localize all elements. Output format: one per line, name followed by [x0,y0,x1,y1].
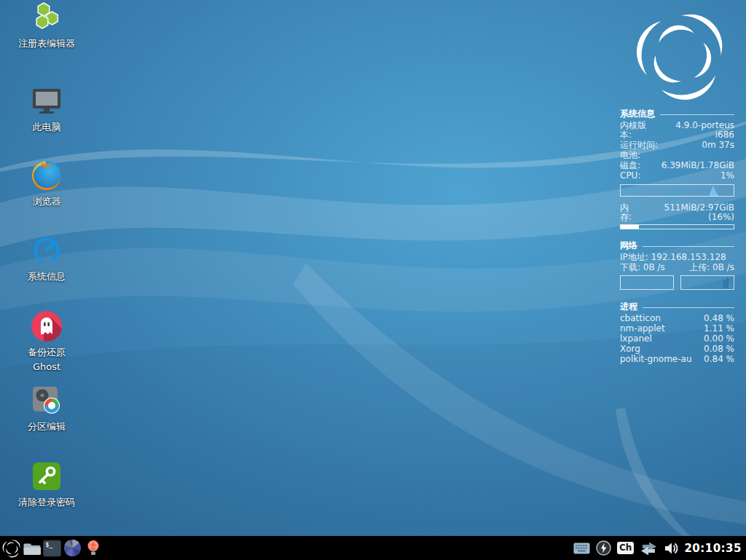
process-name: Xorg [620,344,640,354]
conky-row-memory: 内存: 511MiB/2.97GiB (16%) [620,203,734,222]
desktop-icon-label: 注册表编辑器 [6,37,87,50]
row-value: 4.9.0-porteus i686 [656,121,734,140]
screenshot-button[interactable] [63,538,82,558]
svg-text:$_: $_ [46,542,53,548]
row-label: CPU: [620,171,640,181]
desktop-icon-clear-password[interactable]: 清除登录密码 [6,459,87,508]
desktop-icon-partition-editor[interactable]: 分区编辑 [6,383,87,433]
network-arrows-icon [640,540,658,557]
desktop-icon-this-pc[interactable]: 此电脑 [6,84,87,133]
terminal-icon: $_ [43,540,61,557]
cpu-spike [709,185,721,196]
desktop-icon-registry-editor[interactable]: 注册表编辑器 [6,0,87,50]
process-row: cbatticon 0.48 % [620,314,734,323]
system-monitor-gauge-icon [29,233,64,268]
lightbulb-button[interactable] [83,538,103,558]
desktop-icon-label: 清除登录密码 [6,496,87,508]
conky-system-title: 系统信息 [620,109,655,119]
conky-row-uptime: 运行时间: 0m 37s [620,141,734,150]
process-row: nm-applet 1.11 % [620,324,734,334]
desktop-icon-label: 备份还原 [6,346,87,358]
process-name: lxpanel [620,334,652,344]
desktop-icon-ghost-backup[interactable]: 备份还原 Ghost [6,309,87,373]
partition-editor-icon [29,383,64,418]
file-manager-button[interactable] [22,538,42,558]
header-rule [643,307,734,308]
desktop-icon-label: 浏览器 [6,195,87,208]
ip-address: IP地址: 192.168.153.128 [620,253,726,262]
upload-graph-bars [723,277,731,288]
desktop-icon-label: 分区编辑 [6,420,87,433]
row-value: 511MiB/2.97GiB (16%) [640,203,734,222]
clear-password-key-icon [29,459,64,494]
process-cpu: 0.48 % [704,314,734,323]
screenshot-shutter-icon [63,539,82,557]
conky-system-header: 系统信息 [620,109,734,119]
process-cpu: 0.00 % [704,334,734,344]
process-row: Xorg 0.08 % [620,344,734,354]
process-cpu: 0.08 % [704,344,734,354]
memory-usage-bar [620,224,734,229]
process-name: nm-applet [620,324,665,334]
download-graph [620,275,674,290]
upload-graph [680,275,734,290]
process-name: cbatticon [620,314,661,323]
conky-network-section: 网络 IP地址: 192.168.153.128 下载: 0B /s 上传: 0… [620,241,734,290]
upload-rate: 上传: 0B /s [689,263,734,272]
download-rate: 下载: 0B /s [620,263,665,272]
volume-icon [664,541,678,556]
conky-process-header: 进程 [620,302,734,312]
conky-process-title: 进程 [620,302,637,312]
ghost-backup-icon [29,309,64,344]
row-label: 内核版本: [620,121,656,140]
taskbar: $_ [0,536,746,560]
row-label: 运行时间: [620,141,658,150]
conky-row-cpu: CPU: 1% [620,171,734,181]
lightbulb-icon [85,539,101,557]
taskbar-clock[interactable]: 20:10:35 [684,542,742,555]
desktop-icon-label: 系统信息 [6,270,87,283]
network-graphs [620,275,734,290]
conky-monitor: 系统信息 内核版本: 4.9.0-porteus i686 运行时间: 0m 3… [620,109,734,365]
conky-network-header: 网络 [620,241,734,251]
keyboard-indicator[interactable] [573,543,590,554]
row-label: 内存: [620,203,640,222]
process-row: polkit-gnome-au 0.84 % [620,355,734,364]
system-tray: Ch 20:10:35 [573,540,742,557]
row-value: 0m 37s [702,141,734,150]
network-indicator[interactable] [640,540,658,557]
porteus-menu-icon [2,539,21,558]
conky-row-updown: 下载: 0B /s 上传: 0B /s [620,263,734,272]
header-rule [643,246,734,247]
keyboard-icon [573,543,590,554]
conky-row-kernel: 内核版本: 4.9.0-porteus i686 [620,121,734,140]
desktop-icon-browser[interactable]: 浏览器 [6,158,87,208]
process-row: lxpanel 0.00 % [620,334,734,344]
conky-row-battery: 电池: [620,151,734,160]
porteus-logo [629,9,733,102]
volume-indicator[interactable] [664,541,678,556]
desktop-screen: 此电脑 浏览器 系统信息 [0,0,746,560]
menu-button[interactable] [1,538,21,558]
file-manager-icon [23,539,42,558]
desktop-icon-sublabel: Ghost [6,360,87,373]
cpu-usage-graph [620,184,734,197]
process-name: polkit-gnome-au [620,355,692,364]
desktop-icon-label: 此电脑 [6,121,87,133]
computer-icon [29,84,64,119]
terminal-button[interactable]: $_ [42,538,62,558]
firefox-icon [29,158,64,193]
header-rule [660,114,734,115]
process-cpu: 1.11 % [704,324,734,334]
conky-row-disk: 磁盘: 6.39MiB/1.78GiB [620,161,734,170]
conky-process-section: 进程 cbatticon 0.48 % nm-applet 1.11 % lxp… [620,302,734,364]
registry-editor-icon [29,0,64,35]
row-value: 1% [721,171,734,181]
desktop-icon-system-info[interactable]: 系统信息 [6,233,87,283]
row-value: 6.39MiB/1.78GiB [661,161,734,170]
language-indicator[interactable]: Ch [617,542,634,554]
battery-indicator[interactable] [596,540,611,556]
battery-bolt-icon [596,540,611,556]
conky-network-title: 网络 [620,241,637,251]
memory-usage-fill [621,225,639,229]
